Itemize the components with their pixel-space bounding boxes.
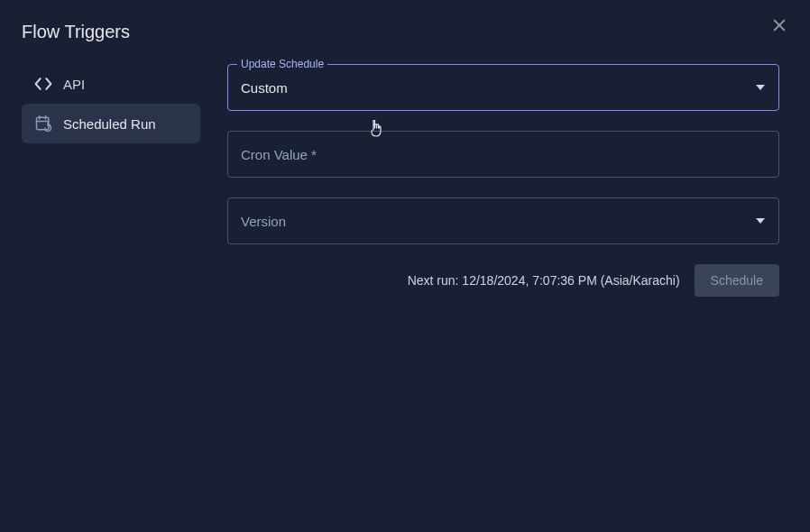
- sidebar: API Scheduled Run: [22, 64, 200, 297]
- version-field: Version: [227, 197, 779, 244]
- next-run-text: Next run: 12/18/2024, 7:07:36 PM (Asia/K…: [408, 273, 680, 288]
- sidebar-item-label: Scheduled Run: [63, 116, 156, 132]
- schedule-button[interactable]: Schedule: [695, 264, 779, 297]
- chevron-down-icon: [755, 82, 766, 93]
- calendar-refresh-icon: [34, 115, 52, 133]
- svg-rect-2: [37, 117, 49, 129]
- chevron-down-icon: [755, 216, 766, 226]
- version-placeholder: Version: [241, 214, 755, 229]
- version-select[interactable]: Version: [227, 197, 779, 244]
- cron-value-input[interactable]: [241, 147, 766, 162]
- code-icon: [34, 75, 52, 93]
- main-panel: Update Schedule Custom Version: [200, 64, 788, 297]
- update-schedule-select[interactable]: Update Schedule Custom: [227, 64, 779, 111]
- sidebar-item-api[interactable]: API: [22, 64, 200, 104]
- close-icon: [770, 16, 788, 38]
- flow-triggers-modal: Flow Triggers API: [0, 0, 810, 532]
- update-schedule-field: Update Schedule Custom: [227, 64, 779, 111]
- bottom-row: Next run: 12/18/2024, 7:07:36 PM (Asia/K…: [227, 264, 779, 297]
- close-button[interactable]: [769, 16, 790, 38]
- sidebar-item-scheduled-run[interactable]: Scheduled Run: [22, 104, 200, 143]
- modal-title: Flow Triggers: [22, 22, 788, 42]
- modal-content: API Scheduled Run: [22, 64, 788, 297]
- sidebar-item-label: API: [63, 77, 85, 92]
- field-label: Update Schedule: [237, 58, 327, 70]
- update-schedule-value: Custom: [241, 80, 755, 96]
- cron-value-field: [227, 131, 779, 178]
- cron-value-input-wrapper[interactable]: [227, 131, 779, 178]
